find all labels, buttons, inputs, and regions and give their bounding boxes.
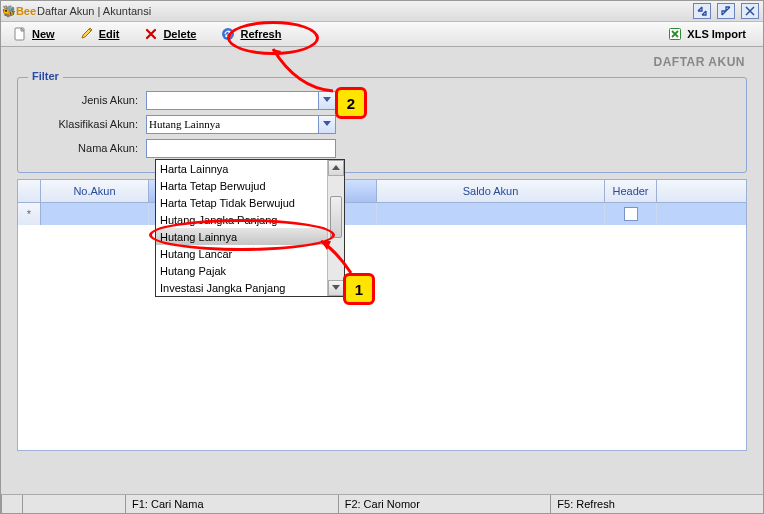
nama-akun-input[interactable] xyxy=(146,139,336,158)
filter-legend: Filter xyxy=(28,70,63,82)
filter-panel: Filter Jenis Akun: Klasifikasi Akun: Hut… xyxy=(17,77,747,173)
dropdown-option[interactable]: Harta Tetap Berwujud xyxy=(156,177,344,194)
row-header-corner xyxy=(18,180,41,202)
svg-point-1 xyxy=(222,28,234,40)
row-marker: * xyxy=(18,203,41,225)
edit-button[interactable]: Edit xyxy=(74,23,131,45)
xls-import-button[interactable]: XLS Import xyxy=(662,23,757,45)
close-button[interactable] xyxy=(741,3,759,19)
klasifikasi-dropdown-list[interactable]: Harta Lainnya Harta Tetap Berwujud Harta… xyxy=(155,159,345,297)
dropdown-option[interactable]: Hutang Jangka Panjang xyxy=(156,211,344,228)
xls-icon xyxy=(667,26,683,42)
chevron-down-icon xyxy=(318,92,335,109)
scroll-up-icon[interactable] xyxy=(328,160,344,176)
status-f5: F5: Refresh xyxy=(550,495,764,513)
dropdown-option[interactable]: Harta Lainnya xyxy=(156,160,344,177)
dropdown-option-selected[interactable]: Hutang Lainnya xyxy=(156,228,344,245)
col-no-akun[interactable]: No.Akun xyxy=(41,180,149,202)
chevron-down-icon xyxy=(318,116,335,133)
dropdown-option[interactable]: Harta Tetap Tidak Berwujud xyxy=(156,194,344,211)
jenis-akun-select[interactable] xyxy=(146,91,336,110)
cell-saldo xyxy=(377,203,605,225)
refresh-button[interactable]: Refresh xyxy=(215,23,292,45)
dropdown-option[interactable]: Investasi Jangka Panjang xyxy=(156,279,344,296)
nama-akun-label: Nama Akun: xyxy=(28,142,138,154)
app-logo: 🐝Bee xyxy=(5,3,33,19)
status-bar: F1: Cari Nama F2: Cari Nomor F5: Refresh xyxy=(1,494,763,513)
delete-button[interactable]: Delete xyxy=(138,23,207,45)
klasifikasi-akun-value: Hutang Lainnya xyxy=(149,118,220,130)
app-window: 🐝Bee Daftar Akun | Akuntansi New Edit xyxy=(0,0,764,514)
status-cell-empty xyxy=(1,495,23,513)
scroll-thumb[interactable] xyxy=(330,196,342,238)
detach-window-button[interactable] xyxy=(693,3,711,19)
col-header[interactable]: Header xyxy=(605,180,657,202)
window-title: Daftar Akun | Akuntansi xyxy=(37,5,151,17)
jenis-akun-label: Jenis Akun: xyxy=(28,94,138,106)
edit-icon xyxy=(79,26,95,42)
status-f2: F2: Cari Nomor xyxy=(338,495,552,513)
toolbar: New Edit Delete Refresh XLS I xyxy=(1,22,763,47)
header-checkbox[interactable] xyxy=(624,207,638,221)
scroll-down-icon[interactable] xyxy=(328,280,344,296)
refresh-icon xyxy=(220,26,236,42)
table-header: No.Akun Nama Akun Saldo Akun Header xyxy=(18,180,746,203)
klasifikasi-akun-label: Klasifikasi Akun: xyxy=(28,118,138,130)
dropdown-option[interactable]: Hutang Pajak xyxy=(156,262,344,279)
delete-icon xyxy=(143,26,159,42)
accounts-table: No.Akun Nama Akun Saldo Akun Header * xyxy=(17,179,747,451)
status-f1: F1: Cari Nama xyxy=(125,495,339,513)
titlebar: 🐝Bee Daftar Akun | Akuntansi xyxy=(1,1,763,22)
status-cell-blank xyxy=(22,495,126,513)
maximize-button[interactable] xyxy=(717,3,735,19)
klasifikasi-akun-select[interactable]: Hutang Lainnya xyxy=(146,115,336,134)
cell-header xyxy=(605,203,657,225)
col-saldo-akun[interactable]: Saldo Akun xyxy=(377,180,605,202)
new-icon xyxy=(12,26,28,42)
new-button[interactable]: New xyxy=(7,23,66,45)
page-heading: DAFTAR AKUN xyxy=(1,47,763,69)
table-body: * xyxy=(18,203,746,450)
dropdown-scrollbar[interactable] xyxy=(327,160,344,296)
cell-no xyxy=(41,203,149,225)
table-row[interactable]: * xyxy=(18,203,746,225)
dropdown-option[interactable]: Hutang Lancar xyxy=(156,245,344,262)
